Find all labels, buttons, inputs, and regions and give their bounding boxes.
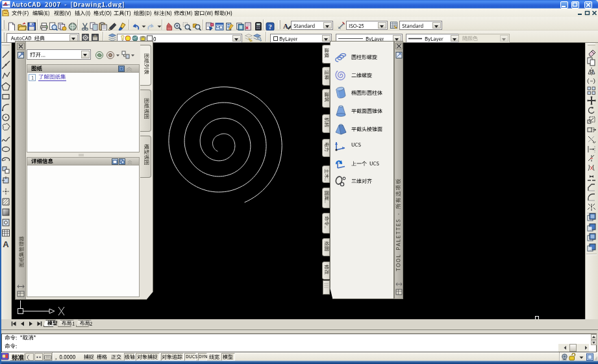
svg-text:A: A	[3, 239, 9, 249]
svg-text:?: ?	[268, 23, 271, 30]
svg-text:A: A	[283, 22, 288, 30]
